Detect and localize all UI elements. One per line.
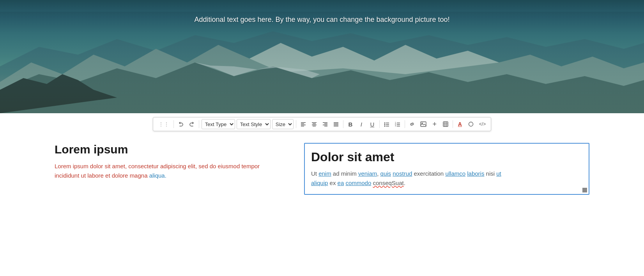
left-column: Lorem ipsum Lorem ipsum dolor sit amet, … xyxy=(55,143,281,180)
link-quis[interactable]: quis xyxy=(380,170,391,177)
left-paragraph: Lorem ipsum dolor sit amet, consectetur … xyxy=(55,162,281,180)
redo-button[interactable] xyxy=(187,119,196,129)
left-heading: Lorem ipsum xyxy=(55,143,281,156)
separator-4 xyxy=(343,120,343,128)
add-button[interactable]: + xyxy=(430,119,439,129)
underline-button[interactable]: U xyxy=(368,119,377,129)
align-right-button[interactable] xyxy=(320,119,330,129)
undo-button[interactable] xyxy=(176,119,186,129)
link-ea[interactable]: ea xyxy=(338,180,344,186)
svg-point-42 xyxy=(469,122,473,126)
hero-text: Additional text goes here. By the way, y… xyxy=(194,16,449,24)
link-ullamco[interactable]: ullamco xyxy=(445,170,465,177)
bold-button[interactable]: B xyxy=(346,119,355,129)
resize-handle[interactable] xyxy=(582,188,587,192)
right-column[interactable]: Dolor sit amet Ut enim ad minim veniam, … xyxy=(304,143,589,195)
text-type-select[interactable]: Text Type xyxy=(202,119,235,129)
image-button[interactable] xyxy=(418,119,428,129)
toolbar-wrap: ⋮⋮ Text Type xyxy=(0,113,644,131)
link-commodo[interactable]: commodo xyxy=(345,180,371,186)
link-aliquip[interactable]: aliquip xyxy=(311,180,328,186)
unordered-list-button[interactable] xyxy=(382,119,391,129)
left-para-blue-text: aliqua. xyxy=(149,172,166,179)
italic-button[interactable]: I xyxy=(357,119,366,129)
table-button[interactable] xyxy=(441,119,450,129)
separator-3 xyxy=(296,120,296,128)
svg-point-23 xyxy=(384,123,385,124)
right-paragraph: Ut enim ad minim veniam, quis nostrud ex… xyxy=(311,169,582,188)
align-left-button[interactable] xyxy=(299,119,308,129)
ordered-list-button[interactable]: 1.2.3. xyxy=(393,119,402,129)
svg-text:3.: 3. xyxy=(395,125,396,127)
svg-rect-6 xyxy=(0,12,644,113)
text-style-select[interactable]: Text Style xyxy=(237,119,271,129)
svg-rect-35 xyxy=(421,122,426,126)
mountain-svg xyxy=(0,12,644,113)
align-center-button[interactable] xyxy=(310,119,319,129)
code-button[interactable]: </> xyxy=(477,119,488,129)
separator-2 xyxy=(199,120,199,128)
link-laboris[interactable]: laboris xyxy=(467,170,484,177)
two-col-layout: Lorem ipsum Lorem ipsum dolor sit amet, … xyxy=(0,131,644,207)
link-enim[interactable]: enim xyxy=(318,170,331,177)
link-veniam[interactable]: veniam xyxy=(358,170,377,177)
misspelled-text: conseqSuat xyxy=(373,180,403,186)
separator-6 xyxy=(405,120,405,128)
content-section: ⋮⋮ Text Type xyxy=(0,113,644,207)
link-nostrud[interactable]: nostrud xyxy=(393,170,412,177)
hero-section: Additional text goes here. By the way, y… xyxy=(0,0,644,113)
svg-point-27 xyxy=(384,126,385,127)
separator-1 xyxy=(173,120,174,128)
size-select[interactable]: Size xyxy=(272,119,294,129)
circle-button[interactable] xyxy=(466,119,476,129)
svg-point-25 xyxy=(384,124,385,125)
separator-7 xyxy=(453,120,453,128)
toolbar: ⋮⋮ Text Type xyxy=(153,117,491,131)
svg-rect-37 xyxy=(443,122,448,126)
drag-handle[interactable]: ⋮⋮ xyxy=(156,119,171,129)
separator-5 xyxy=(379,120,380,128)
link-button[interactable] xyxy=(407,119,417,129)
font-color-button[interactable]: A xyxy=(455,119,465,129)
align-justify-button[interactable] xyxy=(331,119,341,129)
right-heading: Dolor sit amet xyxy=(311,150,582,164)
link-ut[interactable]: ut xyxy=(496,170,501,177)
